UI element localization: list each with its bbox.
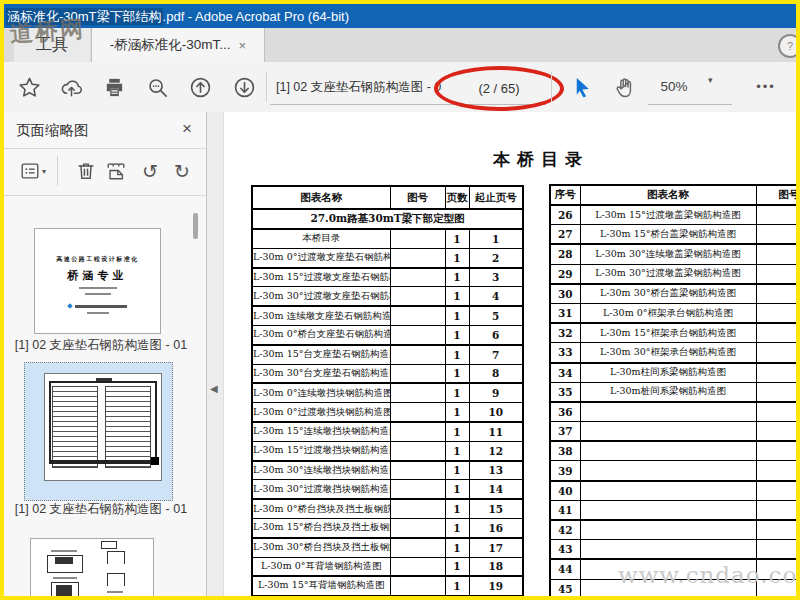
tab-document-active[interactable]: -桥涵标准化-30mT... × — [91, 28, 265, 62]
table-cell: 1 — [445, 538, 469, 557]
table-row: 本桥目录11 — [252, 229, 523, 248]
table-cell: L-30m 连续墩支座垫石钢筋构造图 — [252, 306, 390, 325]
table-cell: L-30m柱间系梁钢筋构造图 — [580, 363, 756, 383]
main-toolbar: [1] 02 支座垫石钢筋构造图 - 0 (2 / 65) 50% ▾ ••• — [4, 62, 796, 113]
thumbnail-page-1[interactable]: 高速公路工程设计标准化 桥涵专业 — [34, 228, 161, 334]
table-cell — [756, 422, 796, 442]
table-cell: 5 — [469, 306, 523, 325]
table-cell: 27 — [550, 225, 580, 245]
table-cell: 38 — [550, 441, 580, 461]
table-cell: L-30m 30°连续墩挡块钢筋构造图 — [252, 461, 390, 480]
table-cell: 6 — [469, 325, 523, 344]
table-cell: 1 — [469, 229, 523, 248]
window-titlebar: 涵标准化-30mT梁下部结构.pdf - Adobe Acrobat Pro (… — [4, 4, 796, 28]
tab-tools[interactable]: 工具 — [14, 28, 90, 62]
table-row: 序号图表名称图号 — [550, 185, 796, 205]
table-cell — [390, 345, 445, 364]
insert-pages-icon[interactable] — [103, 158, 129, 184]
thumbnail-page-2-selected[interactable] — [24, 362, 173, 501]
table-cell: L-30m 0°过渡墩支座垫石钢筋构造图 — [252, 248, 390, 267]
delete-page-icon[interactable] — [73, 158, 99, 184]
table-row: 32L-30m 15°框架承台钢筋构造图 — [550, 323, 796, 343]
table-cell: 15 — [469, 499, 523, 518]
options-caret-icon[interactable]: ▾ — [42, 167, 46, 176]
table-cell: L-30m 30°桥台盖梁钢筋构造图 — [580, 284, 756, 304]
table-cell — [580, 520, 756, 540]
selection-frame — [49, 381, 157, 464]
table-cell: 45 — [550, 579, 580, 596]
table-cell — [580, 441, 756, 461]
table-cell: L-30m 15°过渡墩支座垫石钢筋构造图 — [252, 268, 390, 287]
table-cell: 43 — [550, 540, 580, 560]
table-cell — [580, 461, 756, 481]
star-icon[interactable] — [16, 74, 42, 100]
tab-bar: 工具 -桥涵标准化-30mT... × ? — [4, 28, 796, 62]
table-cell: 1 — [445, 403, 469, 422]
mini-drawing-label — [107, 591, 123, 593]
search-icon[interactable] — [144, 74, 170, 100]
table-cell: 1 — [445, 364, 469, 383]
table-cell — [756, 303, 796, 323]
page-count-badge: (2 / 65) — [475, 81, 522, 96]
table-cell: L-30m 30°台支座垫石钢筋构造图 — [252, 364, 390, 383]
table-cell: 19 — [469, 576, 523, 595]
selection-handle[interactable] — [151, 457, 159, 465]
panel-close-icon[interactable]: × — [182, 119, 192, 139]
tab-document-label: -桥涵标准化-30mT... — [110, 36, 231, 54]
table-row: 40 — [550, 481, 796, 501]
panel-toolbar: ▾ ↺ ↻ — [4, 148, 206, 196]
cover-line-bar — [85, 293, 111, 295]
cover-content: 高速公路工程设计标准化 桥涵专业 — [35, 229, 160, 314]
panel-title: 页面缩略图 — [16, 121, 89, 140]
table-cell — [756, 284, 796, 304]
table-cell: L-30m 30°桥台挡块及挡土板钢筋构造图 — [252, 538, 390, 557]
table-cell: 40 — [550, 481, 580, 501]
table-cell: 27.0m路基30mT梁下部定型图 — [252, 209, 523, 229]
page-indicator-field[interactable]: [1] 02 支座垫石钢筋构造图 - 0 — [276, 70, 441, 104]
table-row: L-30m 30°连续墩挡块钢筋构造图113 — [252, 461, 523, 480]
table-row: 43 — [550, 540, 796, 560]
next-page-icon[interactable] — [231, 74, 257, 100]
panel-scrollbar-thumb[interactable] — [193, 213, 198, 239]
table-cell: L-30m 30°过渡墩支座垫石钢筋构造图 — [252, 287, 390, 306]
panel-collapse-icon[interactable]: ◀ — [210, 383, 218, 394]
mini-drawing-label — [51, 550, 77, 552]
table-cell: L-30m 0°过渡墩挡块钢筋构造图 — [252, 403, 390, 422]
zoom-level-field[interactable]: 50% — [644, 70, 704, 104]
cloud-upload-icon[interactable] — [58, 74, 84, 100]
table-cell: 1 — [445, 268, 469, 287]
print-icon[interactable] — [101, 74, 127, 100]
mini-title-block — [101, 541, 117, 549]
table-cell — [756, 520, 796, 540]
table-cell: 14 — [469, 480, 523, 499]
table-cell: 1 — [445, 480, 469, 499]
table-cell: 41 — [550, 500, 580, 520]
rotate-cw-icon[interactable]: ↻ — [169, 158, 195, 184]
screenshot: 涵标准化-30mT梁下部结构.pdf - Adobe Acrobat Pro (… — [0, 0, 800, 600]
thumbnail-page-3[interactable] — [30, 538, 154, 596]
panel-splitter[interactable]: ◀ — [207, 112, 224, 596]
tab-close-icon[interactable]: × — [239, 39, 247, 52]
select-tool-icon[interactable] — [569, 74, 595, 100]
table-cell: 39 — [550, 461, 580, 481]
previous-page-icon[interactable] — [187, 74, 213, 100]
table-cell: L-30m 15°桥台挡块及挡土板钢筋构造图 — [252, 518, 390, 537]
hand-tool-icon[interactable] — [611, 74, 637, 100]
table-row: 36 — [550, 402, 796, 422]
more-tools-icon[interactable]: ••• — [746, 74, 786, 100]
help-icon[interactable]: ? — [778, 34, 800, 58]
zoom-dropdown-caret-icon[interactable]: ▾ — [708, 75, 713, 85]
table-cell — [756, 323, 796, 343]
table-row: 42 — [550, 520, 796, 540]
table-row: 39 — [550, 461, 796, 481]
table-cell: 12 — [469, 441, 523, 460]
table-cell — [756, 441, 796, 461]
table-row: 图表名称图号页数起止页号 — [252, 186, 523, 209]
table-cell — [390, 422, 445, 441]
table-cell: L-30m 15°过渡墩挡块钢筋构造图 — [252, 441, 390, 460]
table-cell — [390, 557, 445, 576]
table-row: 34L-30m柱间系梁钢筋构造图 — [550, 363, 796, 383]
rotate-ccw-icon[interactable]: ↺ — [137, 158, 163, 184]
table-cell: 31 — [550, 303, 580, 323]
thumbnail-options-icon[interactable] — [17, 158, 43, 184]
